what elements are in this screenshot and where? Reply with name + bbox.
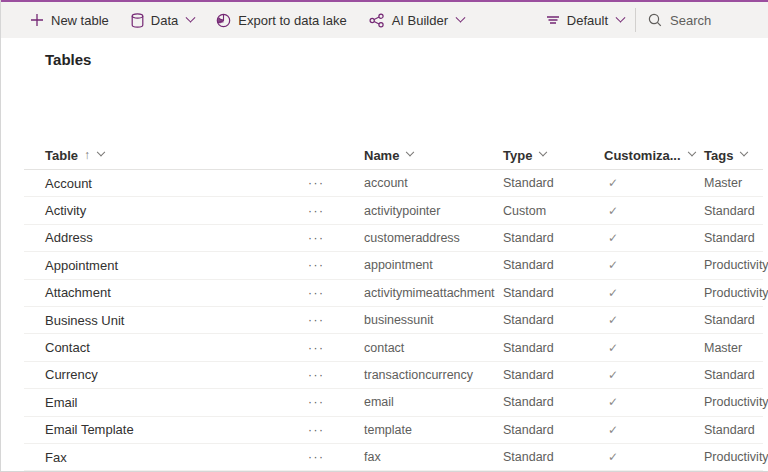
table-row[interactable]: Fax ··· fax Standard ✓ Productivity	[24, 444, 763, 471]
table-tags: Productivity	[704, 395, 764, 409]
table-display-name[interactable]: Email Template	[45, 422, 308, 437]
table-row[interactable]: Email ··· email Standard ✓ Productivity	[24, 389, 763, 416]
search-icon	[648, 13, 662, 27]
table-type: Custom	[503, 204, 604, 218]
table-type: Standard	[503, 176, 604, 190]
table-display-name[interactable]: Activity	[45, 203, 308, 218]
column-header-tags[interactable]: Tags	[704, 148, 764, 163]
row-more-actions-icon[interactable]: ···	[308, 370, 364, 380]
table-tags: Standard	[704, 368, 764, 382]
table-display-name[interactable]: Currency	[45, 367, 308, 382]
table-tags: Productivity	[704, 450, 764, 464]
table-logical-name: activitypointer	[364, 204, 503, 218]
search-box[interactable]	[636, 2, 768, 38]
command-bar: New table Data Export to data lake	[1, 2, 768, 38]
table-logical-name: template	[364, 423, 503, 437]
table-row[interactable]: Attachment ··· activitymimeattachment St…	[24, 280, 763, 307]
row-more-actions-icon[interactable]: ···	[308, 397, 364, 407]
row-more-actions-icon[interactable]: ···	[308, 425, 364, 435]
table-row[interactable]: Currency ··· transactioncurrency Standar…	[24, 362, 763, 389]
row-more-actions-icon[interactable]: ···	[308, 206, 364, 216]
row-more-actions-icon[interactable]: ···	[308, 315, 364, 325]
table-display-name[interactable]: Attachment	[45, 285, 308, 300]
row-more-actions-icon[interactable]: ···	[308, 288, 364, 298]
main-content: Tables Table ↑ Name Type Customiza... Ta…	[1, 38, 768, 471]
data-menu-button[interactable]: Data	[120, 2, 205, 38]
table-tags: Standard	[704, 423, 764, 437]
chevron-down-icon	[616, 12, 626, 22]
table-type: Standard	[503, 286, 604, 300]
new-table-button[interactable]: New table	[19, 2, 120, 38]
search-input[interactable]	[670, 13, 760, 28]
customizable-check-icon: ✓	[604, 450, 704, 464]
chevron-down-icon	[539, 148, 547, 156]
table-logical-name: customeraddress	[364, 231, 503, 245]
table-display-name[interactable]: Fax	[45, 450, 308, 465]
database-icon	[131, 13, 144, 28]
table-type: Standard	[503, 450, 604, 464]
column-header-name[interactable]: Name	[364, 148, 503, 163]
table-row[interactable]: Address ··· customeraddress Standard ✓ S…	[24, 225, 763, 252]
table-type: Standard	[503, 258, 604, 272]
plus-icon	[30, 13, 44, 27]
table-row[interactable]: Account ··· account Standard ✓ Master	[24, 170, 763, 197]
table-logical-name: fax	[364, 450, 503, 464]
table-display-name[interactable]: Appointment	[45, 258, 308, 273]
row-more-actions-icon[interactable]: ···	[308, 452, 364, 462]
chevron-down-icon	[186, 12, 196, 22]
table-display-name[interactable]: Address	[45, 230, 308, 245]
ai-builder-icon	[369, 13, 385, 28]
view-filter-icon	[546, 14, 560, 26]
table-type: Standard	[503, 313, 604, 327]
chevron-down-icon	[687, 148, 695, 156]
table-tags: Productivity	[704, 286, 764, 300]
row-more-actions-icon[interactable]: ···	[308, 260, 364, 270]
ai-builder-menu-button[interactable]: AI Builder	[358, 2, 475, 38]
table-row[interactable]: Activity ··· activitypointer Custom ✓ St…	[24, 197, 763, 224]
table-type: Standard	[503, 395, 604, 409]
customizable-check-icon: ✓	[604, 258, 704, 272]
table-row[interactable]: Contact ··· contact Standard ✓ Master	[24, 334, 763, 361]
table-display-name[interactable]: Business Unit	[45, 313, 308, 328]
table-logical-name: activitymimeattachment	[364, 286, 503, 300]
table-tags: Standard	[704, 231, 764, 245]
chevron-down-icon	[740, 148, 748, 156]
table-type: Standard	[503, 368, 604, 382]
customizable-check-icon: ✓	[604, 313, 704, 327]
export-data-lake-button[interactable]: Export to data lake	[205, 2, 357, 38]
table-type: Standard	[503, 423, 604, 437]
customizable-check-icon: ✓	[604, 286, 704, 300]
table-display-name[interactable]: Contact	[45, 340, 308, 355]
table-row[interactable]: Appointment ··· appointment Standard ✓ P…	[24, 252, 763, 279]
view-selector-button[interactable]: Default	[535, 2, 635, 38]
table-logical-name: businessunit	[364, 313, 503, 327]
ai-builder-label: AI Builder	[392, 13, 448, 28]
table-row[interactable]: Business Unit ··· businessunit Standard …	[24, 307, 763, 334]
chevron-down-icon	[456, 12, 466, 22]
sort-ascending-icon: ↑	[84, 148, 90, 162]
table-logical-name: contact	[364, 341, 503, 355]
table-header-row: Table ↑ Name Type Customiza... Tags	[24, 141, 763, 170]
table-tags: Standard	[704, 204, 764, 218]
customizable-check-icon: ✓	[604, 368, 704, 382]
table-display-name[interactable]: Email	[45, 395, 308, 410]
row-more-actions-icon[interactable]: ···	[308, 178, 364, 188]
table-logical-name: email	[364, 395, 503, 409]
table-type: Standard	[503, 231, 604, 245]
column-header-table[interactable]: Table ↑	[45, 148, 364, 163]
command-bar-right: Default	[535, 2, 768, 38]
page-title: Tables	[45, 51, 91, 68]
row-more-actions-icon[interactable]: ···	[308, 233, 364, 243]
customizable-check-icon: ✓	[604, 395, 704, 409]
table-rows: Account ··· account Standard ✓ Master Ac…	[24, 170, 763, 472]
customizable-check-icon: ✓	[604, 423, 704, 437]
table-display-name[interactable]: Account	[45, 176, 308, 191]
table-tags: Master	[704, 176, 764, 190]
row-more-actions-icon[interactable]: ···	[308, 343, 364, 353]
column-header-type[interactable]: Type	[503, 148, 604, 163]
table-row[interactable]: Email Template ··· template Standard ✓ S…	[24, 417, 763, 444]
new-table-label: New table	[51, 13, 109, 28]
column-header-customizable[interactable]: Customiza...	[604, 148, 704, 163]
data-menu-label: Data	[151, 13, 178, 28]
table-logical-name: appointment	[364, 258, 503, 272]
